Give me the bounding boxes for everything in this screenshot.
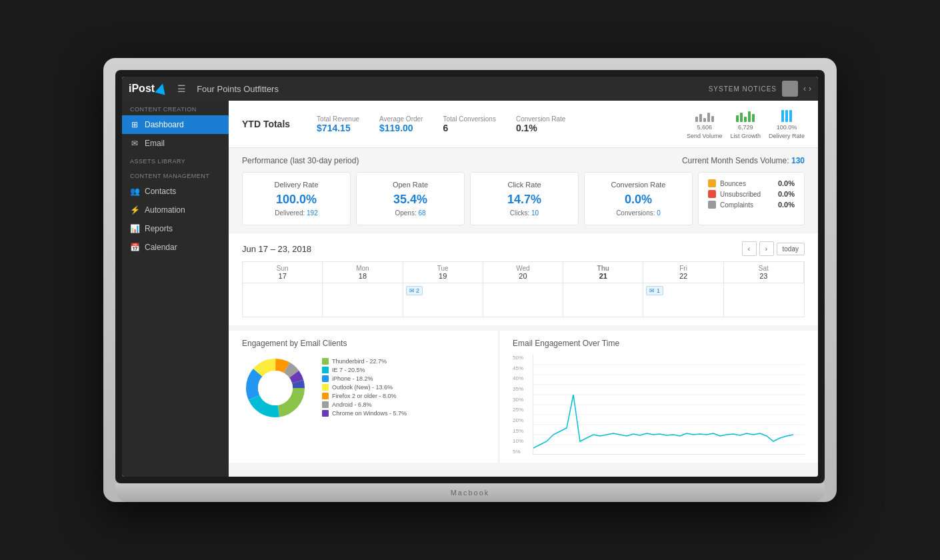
complaints-value: 0.0%	[778, 201, 795, 209]
ytd-avg-label: Average Order	[379, 115, 423, 123]
legend-dot-thunderbird	[322, 358, 329, 365]
sidebar-item-dashboard[interactable]: ⊞ Dashboard	[122, 115, 229, 134]
legend-dot-firefox	[322, 393, 329, 399]
conversion-rate-label: Conversion Rate	[611, 181, 666, 189]
email-icon: ✉	[130, 139, 139, 148]
complaints-label: Complaints	[720, 201, 774, 209]
ytd-rate-label: Conversion Rate	[516, 115, 565, 123]
hamburger-icon[interactable]: ☰	[177, 83, 186, 94]
today-button[interactable]: today	[777, 243, 805, 255]
calendar-section: Jun 17 – 23, 2018 ‹ › today Su	[229, 233, 818, 325]
delivery-rate-card-value: 100.0%	[276, 193, 317, 207]
cal-sun-num: 17	[245, 272, 319, 280]
calendar-prev-btn[interactable]: ‹	[742, 241, 757, 256]
line-chart-title: Email Engagement Over Time	[513, 339, 805, 348]
content-area[interactable]: YTD Totals Total Revenue $714.15 Average…	[229, 101, 818, 477]
click-rate-sub: Clicks: 10	[510, 209, 539, 217]
laptop-outer: iPost ☰ Four Points Outfitters SYSTEM NO…	[103, 58, 837, 502]
calendar-nav: ‹ › today	[742, 241, 805, 256]
y-35: 35%	[513, 386, 527, 392]
cal-cell-sun	[243, 283, 323, 317]
delivery-rate-label: Delivery Rate	[769, 133, 805, 139]
legend-label-outlook: Outlook (New) - 13.6%	[332, 384, 393, 391]
ytd-send-volume-chart: 5,606 Send Volume	[687, 109, 723, 139]
performance-header: Performance (last 30-day period) Current…	[242, 156, 805, 165]
bounces-label: Bounces	[720, 180, 774, 187]
nav-back-icon[interactable]: ‹	[803, 84, 806, 93]
complaints-dot	[708, 201, 716, 209]
legend-dot-outlook	[322, 384, 329, 391]
bar-g4	[748, 111, 751, 122]
sidebar-item-reports[interactable]: 📊 Reports	[122, 219, 229, 238]
bar-d1	[781, 110, 784, 122]
calendar-next-btn[interactable]: ›	[759, 241, 774, 256]
sidebar-item-calendar[interactable]: 📅 Calendar	[122, 238, 229, 257]
y-10: 10%	[513, 438, 527, 444]
delivery-bars	[781, 109, 792, 122]
ytd-total-conversions: Total Conversions 6	[443, 115, 495, 133]
ytd-mini-charts: 5,606 Send Volume	[687, 109, 805, 139]
line-chart-container: 50% 45% 40% 35% 30% 25% 20% 15% 10%	[513, 355, 805, 455]
sidebar-item-email[interactable]: ✉ Email	[122, 134, 229, 153]
complaints-row: Complaints 0.0%	[708, 201, 795, 209]
cal-header-tue: Tue19	[403, 262, 483, 283]
y-45: 45%	[513, 365, 527, 371]
bar-d2	[785, 110, 788, 122]
ytd-label: YTD Totals	[242, 119, 290, 129]
bar-3	[703, 118, 706, 122]
click-rate-value: 14.7%	[507, 193, 541, 207]
legend-thunderbird: Thunderbird - 22.7%	[322, 358, 407, 365]
pie-container: Thunderbird - 22.7% IE 7 - 20.5%	[242, 355, 485, 421]
sidebar-item-calendar-label: Calendar	[145, 243, 177, 252]
legend-ie7: IE 7 - 20.5%	[322, 367, 407, 373]
cal-header-wed: Wed20	[483, 262, 563, 283]
pie-legend: Thunderbird - 22.7% IE 7 - 20.5%	[322, 358, 407, 419]
ytd-revenue-label: Total Revenue	[317, 115, 359, 123]
unsubscribed-value: 0.0%	[778, 190, 795, 198]
bar-g5	[752, 114, 755, 122]
y-50: 50%	[513, 355, 527, 361]
sidebar-section-content-creation: Content Creation	[122, 101, 229, 115]
system-notices: SYSTEM NOTICES	[709, 85, 777, 93]
sidebar-item-automation[interactable]: ⚡ Automation	[122, 201, 229, 219]
y-40: 40%	[513, 375, 527, 381]
open-rate-card: Open Rate 35.4% Opens: 68	[356, 172, 465, 225]
list-growth-label: List Growth	[730, 133, 761, 139]
line-section: Email Engagement Over Time 50% 45% 40% 3…	[499, 331, 818, 463]
sidebar-section-content-mgmt: Content Management	[122, 167, 229, 182]
bar-4	[707, 113, 710, 122]
click-rate-card: Click Rate 14.7% Clicks: 10	[470, 172, 579, 225]
y-20: 20%	[513, 417, 527, 423]
sidebar-item-dashboard-label: Dashboard	[145, 120, 184, 129]
current-month-sends: Current Month Sends Volume: 130	[682, 156, 805, 165]
conversion-rate-sub: Conversions: 0	[616, 209, 661, 217]
delivery-rate-card: Delivery Rate 100.0% Delivered: 192	[242, 172, 351, 225]
ytd-conv-label: Total Conversions	[443, 115, 495, 123]
cal-fri-num: 22	[646, 272, 720, 280]
sidebar-item-contacts[interactable]: 👥 Contacts	[122, 182, 229, 201]
user-avatar[interactable]	[782, 81, 798, 97]
legend-label-ie7: IE 7 - 20.5%	[332, 367, 365, 373]
calendar-header: Jun 17 – 23, 2018 ‹ › today	[242, 241, 805, 256]
current-month-value: 130	[791, 156, 805, 165]
dashboard-icon: ⊞	[130, 120, 139, 129]
send-volume-label: Send Volume	[687, 133, 723, 139]
bounce-card: Bounces 0.0% Unsubscribed 0.0%	[698, 172, 805, 225]
y-25: 25%	[513, 407, 527, 413]
bar-2	[699, 114, 702, 122]
laptop-screen: iPost ☰ Four Points Outfitters SYSTEM NO…	[122, 77, 818, 477]
pie-chart-svg	[242, 355, 309, 421]
delivery-rate-value: 100.0%	[777, 124, 797, 131]
click-rate-label: Click Rate	[507, 181, 541, 189]
cal-header-thu: Thu21	[563, 262, 643, 283]
bar-1	[695, 117, 698, 122]
nav-arrows: ‹ ›	[803, 84, 811, 93]
top-bar-right: SYSTEM NOTICES ‹ ›	[709, 81, 811, 97]
email-badge-fri[interactable]: ✉ 1	[646, 286, 663, 295]
ytd-total-revenue: Total Revenue $714.15	[317, 115, 359, 133]
nav-forward-icon[interactable]: ›	[809, 84, 811, 93]
email-badge-tue[interactable]: ✉ 2	[406, 286, 423, 295]
bar-g3	[744, 117, 747, 122]
cal-header-mon: Mon18	[323, 262, 403, 283]
cal-sat-num: 23	[727, 272, 801, 280]
